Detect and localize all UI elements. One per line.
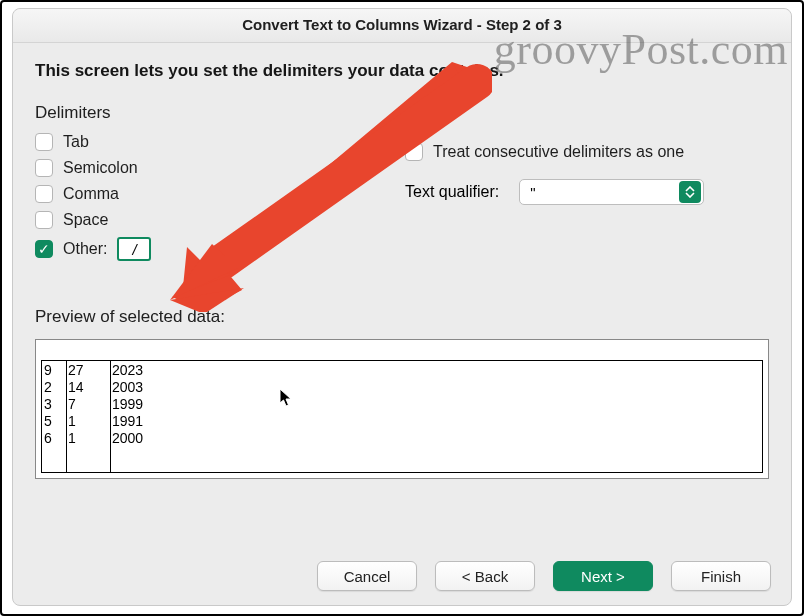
text-qualifier-row: Text qualifier: " [405,179,769,205]
preview-row: 612000 [44,430,143,447]
options-section: Treat consecutive delimiters as one Text… [405,103,769,269]
delimiter-comma-row[interactable]: Comma [35,185,345,203]
checkbox-semicolon[interactable] [35,159,53,177]
screenshot-frame: Convert Text to Columns Wizard - Step 2 … [0,0,804,616]
cancel-button[interactable]: Cancel [317,561,417,591]
text-qualifier-label: Text qualifier: [405,183,499,201]
label-other: Other: [63,240,107,258]
back-button[interactable]: < Back [435,561,535,591]
delimiter-tab-row[interactable]: Tab [35,133,345,151]
delimiters-heading: Delimiters [35,103,345,123]
text-qualifier-select[interactable]: " [519,179,704,205]
delimiter-other-row[interactable]: ✓ Other: [35,237,345,261]
chevron-up-down-icon[interactable] [679,181,701,203]
window-content: This screen lets you set the delimiters … [13,43,791,549]
next-button[interactable]: Next > [553,561,653,591]
preview-row: 9272023 [44,362,143,379]
instruction-text: This screen lets you set the delimiters … [35,61,769,81]
check-icon: ✓ [38,242,50,256]
preview-box: 92720232142003371999511991612000 [35,339,769,479]
checkbox-space[interactable] [35,211,53,229]
other-delimiter-input[interactable] [117,237,151,261]
wizard-window: Convert Text to Columns Wizard - Step 2 … [12,8,792,606]
delimiter-space-row[interactable]: Space [35,211,345,229]
label-treat-consecutive: Treat consecutive delimiters as one [433,143,684,161]
preview-row: 371999 [44,396,143,413]
delimiter-semicolon-row[interactable]: Semicolon [35,159,345,177]
delimiters-section: Delimiters Tab Semicolon Comma [35,103,345,269]
label-space: Space [63,211,108,229]
preview-label: Preview of selected data: [35,307,769,327]
label-comma: Comma [63,185,119,203]
treat-consecutive-row[interactable]: Treat consecutive delimiters as one [405,143,769,161]
preview-grid: 92720232142003371999511991612000 [41,360,763,473]
preview-row: 511991 [44,413,143,430]
label-tab: Tab [63,133,89,151]
checkbox-tab[interactable] [35,133,53,151]
window-title: Convert Text to Columns Wizard - Step 2 … [13,9,791,43]
button-bar: Cancel < Back Next > Finish [13,549,791,605]
finish-button[interactable]: Finish [671,561,771,591]
checkbox-other[interactable]: ✓ [35,240,53,258]
checkbox-comma[interactable] [35,185,53,203]
label-semicolon: Semicolon [63,159,138,177]
text-qualifier-value: " [520,184,677,201]
checkbox-treat-consecutive[interactable] [405,143,423,161]
preview-row: 2142003 [44,379,143,396]
